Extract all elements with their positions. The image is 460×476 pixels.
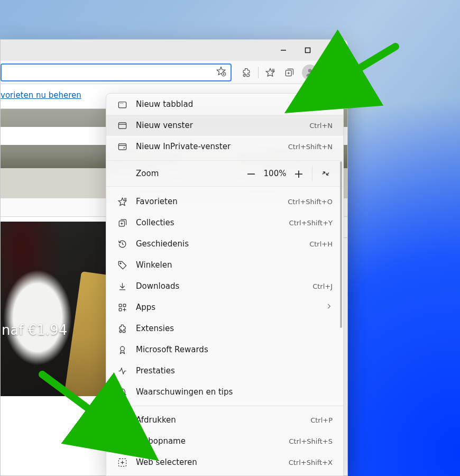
settings-and-more-menu: Nieuw tabblad Ctrl+T Nieuw venster Ctrl+… xyxy=(106,93,344,476)
profile-avatar[interactable] xyxy=(302,65,318,80)
address-bar[interactable] xyxy=(1,63,232,81)
fullscreen-button[interactable] xyxy=(316,164,336,182)
svg-point-14 xyxy=(331,71,333,73)
menu-item-new-inprivate[interactable]: Nieuw InPrivate-venster Ctrl+Shift+N xyxy=(106,136,343,157)
svg-rect-1 xyxy=(306,48,310,53)
menu-label: Apps xyxy=(136,303,317,312)
svg-rect-39 xyxy=(120,420,124,424)
menu-item-collections[interactable]: Collecties Ctrl+Shift+Y xyxy=(106,212,343,233)
svg-rect-16 xyxy=(118,102,126,107)
minimize-button[interactable] xyxy=(271,42,296,58)
menu-item-favorites[interactable]: Favorieten Ctrl+Shift+O xyxy=(106,191,343,212)
zoom-in-button[interactable]: + xyxy=(289,164,309,182)
menu-label: Extensies xyxy=(136,324,333,333)
menu-shortcut: Ctrl+N xyxy=(309,122,333,130)
menu-item-downloads[interactable]: Downloads Ctrl+J xyxy=(106,276,343,297)
content-tile[interactable]: naf €1.94 xyxy=(1,222,106,396)
svg-point-15 xyxy=(334,71,336,73)
svg-rect-34 xyxy=(119,308,122,311)
menu-scrollbar[interactable] xyxy=(340,161,342,328)
menu-item-apps[interactable]: Apps xyxy=(106,297,343,318)
menu-item-print[interactable]: Afdrukken Ctrl+P xyxy=(106,409,343,431)
star-icon xyxy=(117,196,127,207)
collections-icon[interactable] xyxy=(280,63,299,82)
svg-point-18 xyxy=(121,103,122,103)
menu-item-alerts[interactable]: Waarschuwingen en tips xyxy=(106,381,343,402)
settings-and-more-button[interactable] xyxy=(321,63,342,82)
performance-icon xyxy=(117,365,127,376)
select-icon xyxy=(117,457,127,468)
maximize-button[interactable] xyxy=(296,42,320,58)
svg-point-19 xyxy=(122,103,123,103)
close-button[interactable] xyxy=(320,42,344,58)
menu-item-history[interactable]: Geschiedenis Ctrl+H xyxy=(106,233,343,254)
zoom-label: Zoom xyxy=(136,169,241,178)
svg-rect-38 xyxy=(119,416,125,418)
menu-label: Webopname xyxy=(136,436,280,446)
menu-shortcut: Ctrl+Shift+O xyxy=(288,198,333,206)
menu-item-performance[interactable]: Prestaties xyxy=(106,360,343,381)
print-icon xyxy=(117,415,127,425)
menu-shortcut: Ctrl+Shift+N xyxy=(288,143,333,151)
svg-rect-32 xyxy=(119,304,122,307)
extension-icon xyxy=(117,323,127,334)
menu-shortcut: Ctrl+Shift+Y xyxy=(289,219,333,227)
zoom-level: 100% xyxy=(261,169,289,178)
menu-label: Microsoft Rewards xyxy=(136,345,333,354)
toolbar-separator xyxy=(258,67,259,78)
window-icon xyxy=(117,120,127,131)
svg-point-40 xyxy=(119,438,122,441)
favorites-icon[interactable] xyxy=(261,63,280,82)
menu-item-rewards[interactable]: Microsoft Rewards xyxy=(106,339,343,360)
menu-shortcut: Ctrl+J xyxy=(312,282,333,290)
menu-label: Waarschuwingen en tips xyxy=(136,387,333,397)
zoom-row: Zoom − 100% + xyxy=(106,160,343,187)
bell-icon xyxy=(117,387,127,397)
menu-label: Geschiedenis xyxy=(136,239,301,249)
menu-shortcut: Ctrl+H xyxy=(309,240,333,248)
rewards-icon xyxy=(117,344,127,355)
zoom-out-button[interactable]: − xyxy=(241,164,261,182)
menu-item-web-select[interactable]: Web selecteren Ctrl+Shift+X xyxy=(106,452,343,473)
menu-label: Downloads xyxy=(136,281,304,291)
menu-item-shopping[interactable]: Winkelen xyxy=(106,254,343,276)
menu-label: Web selecteren xyxy=(136,457,280,467)
menu-item-new-tab[interactable]: Nieuw tabblad Ctrl+T xyxy=(106,94,343,115)
svg-point-12 xyxy=(308,69,312,72)
chevron-right-icon xyxy=(325,303,333,312)
svg-point-13 xyxy=(328,71,329,73)
titlebar xyxy=(1,40,347,61)
extensions-icon[interactable] xyxy=(237,63,256,82)
menu-label: Nieuw tabblad xyxy=(136,99,302,109)
menu-label: Winkelen xyxy=(136,260,333,270)
menu-label: Nieuw venster xyxy=(136,121,301,130)
svg-point-29 xyxy=(119,262,121,263)
download-icon xyxy=(117,281,127,291)
menu-label: Collecties xyxy=(136,218,281,227)
apps-icon xyxy=(117,302,127,313)
add-favorite-icon[interactable] xyxy=(216,66,226,79)
menu-label: Afdrukken xyxy=(136,415,302,425)
collections-icon xyxy=(117,217,127,228)
menu-shortcut: Ctrl+T xyxy=(310,100,333,108)
menu-shortcut: Ctrl+P xyxy=(310,416,333,424)
menu-shortcut: Ctrl+Shift+S xyxy=(289,437,333,445)
menu-label: Favorieten xyxy=(136,197,279,206)
menu-label: Nieuw InPrivate-venster xyxy=(136,142,280,151)
history-icon xyxy=(117,239,127,249)
menu-label: Prestaties xyxy=(136,366,333,376)
tab-icon xyxy=(117,99,127,109)
svg-rect-33 xyxy=(123,304,126,307)
price-tag-icon xyxy=(117,260,127,270)
svg-rect-20 xyxy=(118,122,126,128)
menu-divider xyxy=(106,406,343,406)
browser-toolbar xyxy=(1,61,347,84)
menu-shortcut: Ctrl+Shift+X xyxy=(289,459,333,466)
menu-item-new-window[interactable]: Nieuw venster Ctrl+N xyxy=(106,115,343,136)
menu-item-web-capture[interactable]: Webopname Ctrl+Shift+S xyxy=(106,431,343,452)
menu-item-extensions[interactable]: Extensies xyxy=(106,318,343,339)
svg-point-17 xyxy=(119,103,120,103)
svg-point-37 xyxy=(120,346,124,351)
svg-rect-22 xyxy=(118,143,126,149)
capture-icon xyxy=(117,436,127,446)
